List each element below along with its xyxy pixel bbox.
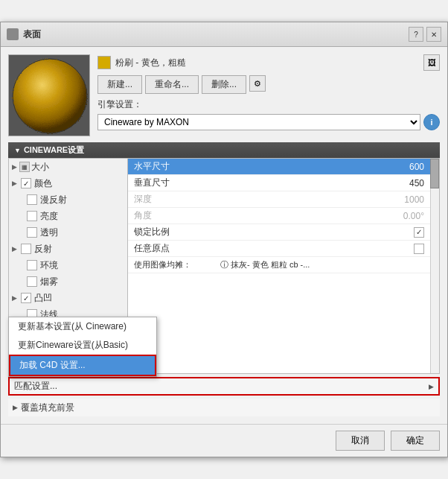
prop-name-depth: 深度 [128,191,217,207]
prop-row-lock-ratio[interactable]: 锁定比例 ✓ [128,224,439,241]
environment-check[interactable] [27,260,37,270]
left-panel-item-fog[interactable]: 烟雾 [9,273,127,290]
color-arrow: ▶ [12,180,18,187]
section-collapse-arrow: ▼ [14,147,21,154]
prop-row-horizontal[interactable]: 水平尺寸 600 [128,159,439,175]
right-panel: 水平尺寸 600 垂直尺寸 450 深度 1000 角度 0.00° [128,159,439,373]
popup-item-update-cineware[interactable]: 更新Cineware设置(从Basic) [9,336,156,355]
engine-row-inner: Cineware by MAXON i [97,114,440,130]
material-name: 粉刷 - 黄色，粗糙 [115,57,419,69]
dialog-icon [7,28,19,40]
left-panel-item-brightness[interactable]: 亮度 [9,208,127,224]
prop-value-horizontal: 600 [217,160,439,174]
left-panel-item-transparent[interactable]: 透明 [9,224,127,241]
engine-info-button[interactable]: i [423,114,440,130]
origin-check[interactable] [414,244,424,254]
bottom-section: 更新基本设置(从 Cineware) 更新Cineware设置(从Basic) … [8,377,440,416]
dialog-footer: 取消 确定 [1,424,447,457]
prop-name-horizontal: 水平尺寸 [128,159,217,174]
dialog-content: 粉刷 - 黄色，粗糙 🖼 新建... 重命名... 删除... ⚙ 引擎设置： … [1,47,447,424]
svg-point-2 [13,59,87,133]
prop-value-angle: 0.00° [217,209,439,223]
material-name-row: 粉刷 - 黄色，粗糙 🖼 [97,54,440,71]
prop-name-image-avg: 使用图像均摊： [128,258,217,272]
ok-button[interactable]: 确定 [391,431,440,451]
size-arrow: ▶ [12,163,18,171]
lock-ratio-check[interactable]: ✓ [414,227,424,238]
cineware-section-header[interactable]: ▼ CINEWARE设置 [8,142,440,158]
cancel-button[interactable]: 取消 [336,431,385,451]
size-icon: ▦ [19,162,30,172]
rename-button[interactable]: 重命名... [145,75,199,94]
prop-row-image-avg[interactable]: 使用图像均摊： ⓘ 抹灰- 黄色 粗粒 cb -... [128,257,439,273]
help-button[interactable]: ? [409,27,423,42]
material-icon-button[interactable]: 🖼 [423,54,440,71]
material-extra-button[interactable]: ⚙ [249,75,266,92]
cineware-section-label: CINEWARE设置 [24,145,84,156]
delete-button[interactable]: 删除... [202,75,246,94]
overlay-arrow-icon: ▶ [13,404,18,411]
popup-item-load-c4d[interactable]: 加载 C4D 设置... [9,355,156,376]
right-controls: 粉刷 - 黄色，粗糙 🖼 新建... 重命名... 删除... ⚙ 引擎设置： … [97,54,440,136]
prop-value-image-avg: ⓘ 抹灰- 黄色 粗粒 cb -... [217,258,439,272]
prop-row-angle[interactable]: 角度 0.00° [128,208,439,224]
popup-item-update-basic[interactable]: 更新基本设置(从 Cineware) [9,317,156,336]
bump-check[interactable]: ✓ [21,293,31,303]
config-container: 更新基本设置(从 Cineware) 更新Cineware设置(从Basic) … [8,377,440,396]
title-bar: 表面 ? ✕ [1,22,447,47]
size-label: 大小 [31,161,49,174]
prop-value-vertical: 450 [217,177,439,190]
brightness-check[interactable] [27,211,37,221]
right-panel-scrollbar[interactable] [430,159,439,373]
config-row[interactable]: 匹配设置... ▶ [8,377,440,396]
config-label: 匹配设置... [14,380,57,393]
title-bar-left: 表面 [7,28,41,41]
engine-select[interactable]: Cineware by MAXON [97,114,420,130]
left-panel-item-color[interactable]: ▶ ✓ 颜色 [9,175,127,191]
config-arrow-icon: ▶ [429,383,434,390]
scrollbar-thumb [430,159,439,188]
sphere-svg [9,55,90,136]
prop-value-depth: 1000 [217,193,439,206]
left-panel-item-bump[interactable]: ▶ ✓ 凸凹 [9,290,127,306]
left-panel-item-diffuse[interactable]: 漫反射 [9,191,127,208]
material-preview [8,54,90,136]
left-panel-item-environment[interactable]: 环境 [9,257,127,273]
overlay-row[interactable]: ▶ 覆盖填充前景 [8,399,440,416]
reflection-check[interactable] [21,244,31,254]
surface-dialog: 表面 ? ✕ [0,22,448,457]
left-panel-item-size[interactable]: ▶ ▦ 大小 [9,159,127,175]
prop-name-origin: 任意原点 [128,241,217,256]
prop-name-vertical: 垂直尺寸 [128,175,217,191]
material-button-row: 新建... 重命名... 删除... ⚙ [97,75,440,94]
close-button[interactable]: ✕ [426,27,441,42]
prop-row-origin[interactable]: 任意原点 [128,241,439,257]
material-color-swatch [97,56,111,69]
top-section: 粉刷 - 黄色，粗糙 🖼 新建... 重命名... 删除... ⚙ 引擎设置： … [8,54,440,136]
prop-name-angle: 角度 [128,208,217,223]
popup-menu: 更新基本设置(从 Cineware) 更新Cineware设置(从Basic) … [8,317,157,377]
color-check[interactable]: ✓ [21,178,31,188]
dialog-title: 表面 [23,28,41,41]
left-panel-item-reflection[interactable]: ▶ 反射 [9,241,127,257]
prop-name-lock-ratio: 锁定比例 [128,224,217,240]
prop-row-depth[interactable]: 深度 1000 [128,191,439,208]
transparent-check[interactable] [27,227,37,238]
diffuse-check[interactable] [27,194,37,205]
engine-label: 引擎设置： [97,98,440,111]
engine-row: 引擎设置： Cineware by MAXON i [97,98,440,130]
overlay-label: 覆盖填充前景 [21,402,74,414]
prop-row-vertical[interactable]: 垂直尺寸 450 [128,175,439,191]
title-bar-right: ? ✕ [409,27,441,42]
fog-check[interactable] [27,276,37,287]
new-button[interactable]: 新建... [97,75,142,94]
